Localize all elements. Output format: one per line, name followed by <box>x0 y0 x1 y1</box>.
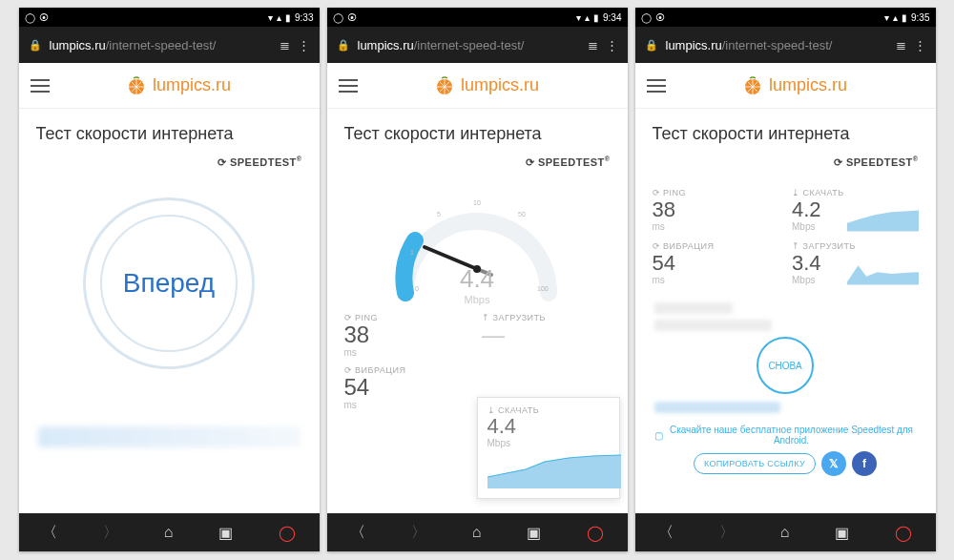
page-content: lumpics.ru Тест скорости интернета ⟳ SPE… <box>19 63 320 513</box>
shazam-icon: ⦿ <box>39 12 49 23</box>
forward-icon: 〉 <box>103 523 118 543</box>
upload-stat: ⤒ ЗАГРУЗИТЬ — <box>482 313 611 358</box>
svg-text:50: 50 <box>518 211 526 218</box>
hamburger-icon[interactable] <box>647 79 666 93</box>
address-bar[interactable]: 🔒 lumpics.ru/internet-speed-test/ ≣ ⋮ <box>635 27 936 63</box>
url-text: lumpics.ru/internet-speed-test/ <box>358 38 580 52</box>
hamburger-icon[interactable] <box>339 79 358 93</box>
download-spark <box>847 197 919 240</box>
site-header: lumpics.ru <box>19 63 320 109</box>
tabs-icon[interactable]: ▣ <box>835 524 849 542</box>
svg-text:1: 1 <box>410 249 414 256</box>
phone-2: ◯⦿ ▾▴▮9:34 🔒 lumpics.ru/internet-speed-t… <box>327 8 628 551</box>
orange-icon <box>742 75 763 96</box>
svg-text:100: 100 <box>537 285 549 292</box>
home-icon[interactable]: ⌂ <box>164 524 174 541</box>
wifi-icon: ▾ <box>884 12 889 23</box>
reader-mode-icon[interactable]: ≣ <box>280 38 290 52</box>
home-icon[interactable]: ⌂ <box>472 524 482 541</box>
site-logo[interactable]: lumpics.ru <box>50 75 308 96</box>
upload-spark <box>847 251 919 294</box>
page-content: lumpics.ru Тест скорости интернета ⟳ SPE… <box>327 63 628 513</box>
blurred-details-2 <box>635 402 936 413</box>
ping-stat: ⟳ PING 38 ms <box>344 313 473 358</box>
svg-text:10: 10 <box>473 199 481 206</box>
opera-icon[interactable]: ◯ <box>279 524 296 542</box>
status-bar: ◯⦿ ▾▴▮9:34 <box>327 8 628 27</box>
svg-text:0: 0 <box>415 285 419 292</box>
address-bar[interactable]: 🔒 lumpics.ru/internet-speed-test/ ≣ ⋮ <box>19 27 320 63</box>
blurred-line <box>38 426 301 447</box>
opera-icon[interactable]: ◯ <box>587 524 604 542</box>
phone-3: ◯⦿ ▾▴▮9:35 🔒 lumpics.ru/internet-speed-t… <box>635 8 936 551</box>
again-button[interactable]: СНОВА <box>757 337 814 394</box>
phone-1: ◯⦿ ▾▴▮9:33 🔒 lumpics.ru/internet-speed-t… <box>19 8 320 551</box>
phone-device-icon: ▢ <box>654 430 663 441</box>
copy-link-button[interactable]: КОПИРОВАТЬ ССЫЛКУ <box>694 453 816 474</box>
opera-o-icon: ◯ <box>333 12 343 23</box>
reader-mode-icon[interactable]: ≣ <box>896 38 906 52</box>
wifi-icon: ▾ <box>268 12 273 23</box>
shazam-icon: ⦿ <box>655 12 665 23</box>
lock-icon: 🔒 <box>337 39 350 52</box>
page-title: Тест скорости интернета <box>635 109 936 152</box>
go-button[interactable]: Вперед <box>83 197 255 369</box>
signal-icon: ▴ <box>277 12 281 23</box>
lock-icon: 🔒 <box>29 39 42 52</box>
blurred-details <box>635 302 936 331</box>
tabs-icon[interactable]: ▣ <box>218 524 233 542</box>
orange-icon <box>434 75 455 96</box>
menu-icon[interactable]: ⋮ <box>606 38 618 52</box>
app-promo[interactable]: ▢ Скачайте наше бесплатное приложение Sp… <box>635 419 936 449</box>
back-icon[interactable]: 〈 <box>42 523 57 543</box>
reader-mode-icon[interactable]: ≣ <box>588 38 598 52</box>
jitter-result: ⟳ ВИБРАЦИЯ 54 ms <box>653 241 779 285</box>
opera-o-icon: ◯ <box>25 12 35 23</box>
site-logo[interactable]: lumpics.ru <box>666 75 924 96</box>
facebook-icon[interactable]: f <box>852 451 877 476</box>
page-title: Тест скорости интернета <box>327 109 628 152</box>
browser-nav: 〈 〉 ⌂ ▣ ◯ <box>327 513 628 551</box>
wifi-icon: ▾ <box>576 12 581 23</box>
opera-o-icon: ◯ <box>641 12 652 23</box>
home-icon[interactable]: ⌂ <box>780 524 790 541</box>
url-text: lumpics.ru/internet-speed-test/ <box>666 38 888 52</box>
browser-nav: 〈 〉 ⌂ ▣ ◯ <box>635 513 936 551</box>
upload-result: ⤒ ЗАГРУЗИТЬ 3.4 Mbps <box>792 241 919 285</box>
forward-icon: 〉 <box>411 523 426 543</box>
speedtest-badge: ⟳ SPEEDTEST® <box>327 152 628 178</box>
opera-icon[interactable]: ◯ <box>895 524 912 542</box>
menu-icon[interactable]: ⋮ <box>298 38 310 52</box>
site-logo[interactable]: lumpics.ru <box>358 75 616 96</box>
url-text: lumpics.ru/internet-speed-test/ <box>50 38 272 52</box>
download-spark <box>487 450 621 488</box>
browser-nav: 〈 〉 ⌂ ▣ ◯ <box>19 513 320 551</box>
tabs-icon[interactable]: ▣ <box>527 524 541 542</box>
back-icon[interactable]: 〈 <box>658 523 674 543</box>
gauge-reading: 4.4 Mbps <box>327 264 628 305</box>
hamburger-icon[interactable] <box>31 79 50 93</box>
signal-icon: ▴ <box>585 12 590 23</box>
download-result: ⤓ СКАЧАТЬ 4.2 Mbps <box>792 188 919 232</box>
address-bar[interactable]: 🔒 lumpics.ru/internet-speed-test/ ≣ ⋮ <box>327 27 628 63</box>
clock: 9:33 <box>295 12 313 23</box>
site-header: lumpics.ru <box>635 63 936 109</box>
page-content: lumpics.ru Тест скорости интернета ⟳ SPE… <box>635 63 936 513</box>
menu-icon[interactable]: ⋮ <box>914 38 926 52</box>
battery-icon: ▮ <box>902 12 907 23</box>
clock: 9:35 <box>911 12 929 23</box>
download-card: ⤓ СКАЧАТЬ 4.4 Mbps <box>477 397 620 499</box>
svg-text:5: 5 <box>437 211 441 218</box>
ping-result: ⟳ PING 38 ms <box>653 188 779 232</box>
status-bar: ◯⦿ ▾▴▮9:35 <box>635 8 936 27</box>
clock: 9:34 <box>603 12 621 23</box>
forward-icon: 〉 <box>719 523 735 543</box>
shazam-icon: ⦿ <box>347 12 357 23</box>
speedtest-badge: ⟳ SPEEDTEST® <box>19 152 320 178</box>
lock-icon: 🔒 <box>645 39 658 52</box>
speedtest-badge: ⟳ SPEEDTEST® <box>635 152 936 178</box>
status-bar: ◯⦿ ▾▴▮9:33 <box>19 8 320 27</box>
back-icon[interactable]: 〈 <box>350 523 365 543</box>
twitter-icon[interactable]: 𝕏 <box>821 451 846 476</box>
signal-icon: ▴ <box>893 12 898 23</box>
